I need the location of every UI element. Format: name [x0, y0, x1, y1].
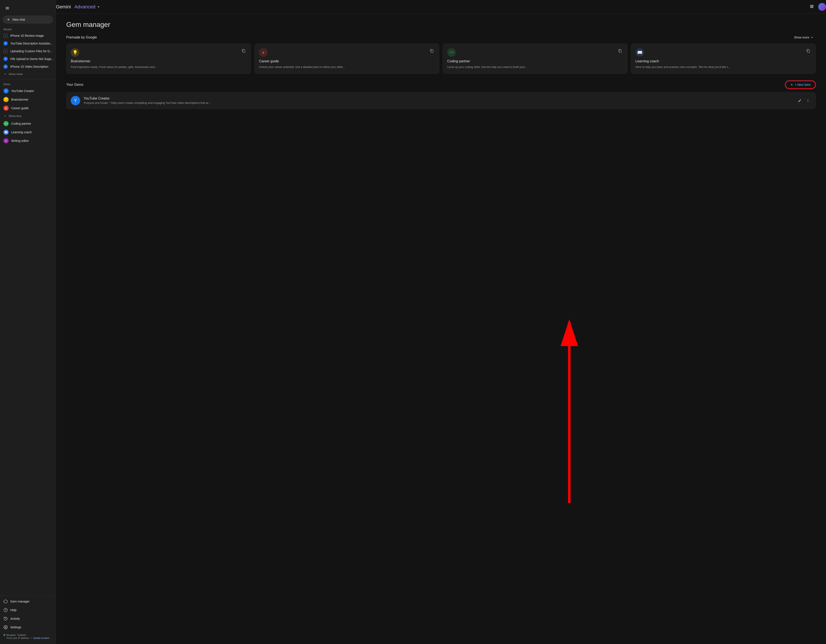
- show-less-label: Show less: [9, 115, 21, 118]
- user-gem-desc: Purpose and Goals: * Help users create c…: [84, 101, 213, 104]
- sidebar-item-brainstormer[interactable]: 💡 Brainstormer: [0, 95, 56, 104]
- sidebar-item-settings[interactable]: Settings: [0, 623, 56, 632]
- brainstormer-icon: 💡: [3, 97, 9, 102]
- coding-partner-icon: </>: [3, 121, 9, 126]
- more-options-gem-button[interactable]: [805, 98, 811, 104]
- sidebar-item-learning-coach[interactable]: 📖 Learning coach: [0, 128, 56, 136]
- career-guide-card[interactable]: ♦ Career guide Unlock your career potent…: [255, 43, 439, 74]
- copy-career-button[interactable]: [429, 48, 435, 54]
- user-avatar[interactable]: [818, 3, 826, 11]
- location-sub-text: From your IP address: [6, 637, 29, 639]
- career-guide-card-name: Career guide: [259, 59, 435, 63]
- brainstormer-card[interactable]: 💡 Brainstormer Find inspiration easily. …: [66, 43, 251, 74]
- plus-icon: [790, 83, 793, 87]
- sidebar-item-youtube-desc[interactable]: Y YouTube Description Assistan...: [0, 40, 56, 47]
- header-right: [808, 3, 826, 11]
- sidebar-item-writing-editor[interactable]: ✏ Writing editor: [0, 136, 56, 145]
- main-content: Gem manager Premade by Google Show more …: [56, 14, 826, 644]
- brainstormer-card-icon: 💡: [71, 48, 79, 57]
- settings-label: Settings: [10, 625, 21, 629]
- writing-editor-icon: ✏: [3, 138, 9, 143]
- new-chat-label: New chat: [12, 18, 25, 21]
- sidebar-item-iphone-video[interactable]: Y iPhone 15 Video Description: [0, 63, 56, 71]
- hamburger-button[interactable]: [3, 4, 11, 12]
- your-gems-header: Your Gems + New Gem: [66, 80, 816, 89]
- edit-icon: [798, 99, 802, 102]
- learning-coach-card-name: Learning coach: [635, 59, 811, 63]
- copy-icon: [430, 49, 434, 53]
- user-gem-item-youtube[interactable]: Y YouTube Creator Purpose and Goals: * H…: [66, 92, 816, 109]
- svg-marker-0: [4, 600, 8, 604]
- location-text: Bangkok, Thailand: [6, 634, 26, 636]
- edit-gem-button[interactable]: [796, 98, 803, 104]
- sidebar-item-career-guide[interactable]: ♦ Career guide: [0, 104, 56, 112]
- sidebar-item-help[interactable]: Help: [0, 606, 56, 615]
- sidebar-item-file-upload[interactable]: Y File Upload to Gems Not Supp...: [0, 55, 56, 63]
- y-icon: Y: [3, 57, 8, 61]
- career-guide-card-desc: Unlock your career potential. Get a deta…: [259, 65, 435, 69]
- premade-cards-grid: 💡 Brainstormer Find inspiration easily. …: [66, 43, 816, 74]
- gemini-logo: Gemini Advanced: [56, 4, 96, 10]
- show-less-gems[interactable]: Show less: [0, 112, 56, 119]
- sidebar-item-coding-partner[interactable]: </> Coding partner: [0, 119, 56, 128]
- card-header: </>: [447, 48, 623, 57]
- sidebar-item-iphone-review[interactable]: □ iPhone 15 Review Image: [0, 32, 56, 40]
- sidebar-top: [0, 3, 56, 15]
- premade-section-header: Premade by Google Show more: [66, 35, 816, 40]
- y-icon: Y: [3, 65, 8, 69]
- learning-coach-icon: 📖: [3, 130, 9, 135]
- learning-coach-card[interactable]: 📖 Learning coach Here to help you learn …: [631, 43, 816, 74]
- new-gem-button[interactable]: + New Gem: [785, 80, 816, 89]
- sidebar-item-youtube-creator[interactable]: Y YouTube Creator: [0, 87, 56, 95]
- show-more-recent[interactable]: Show more: [0, 71, 56, 77]
- doc-icon: □: [3, 34, 8, 38]
- sidebar-item-gem-manager[interactable]: Gem manager: [0, 597, 56, 606]
- your-gems-title: Your Gems: [66, 83, 83, 87]
- recent-item-label: iPhone 15 Review Image: [10, 34, 44, 37]
- logo-dropdown[interactable]: Gemini Advanced: [56, 4, 101, 10]
- show-more-label: Show more: [9, 73, 23, 76]
- copy-brainstormer-button[interactable]: [241, 48, 247, 54]
- sidebar-item-activity[interactable]: Activity: [0, 615, 56, 623]
- coding-partner-card[interactable]: </> Coding partner Level up your coding …: [442, 43, 627, 74]
- coding-partner-card-desc: Level up your coding skills. Get the hel…: [447, 65, 623, 69]
- show-more-btn-label: Show more: [794, 36, 809, 39]
- top-header: Gemini Advanced: [56, 0, 826, 14]
- card-header: 💡: [71, 48, 247, 57]
- location-info: Bangkok, Thailand From your IP address •…: [0, 632, 56, 641]
- gem-item-label: Career guide: [11, 107, 29, 110]
- update-location-link[interactable]: Update location: [33, 637, 50, 639]
- career-guide-card-icon: ♦: [259, 48, 268, 57]
- doc-icon: □: [3, 49, 8, 53]
- page-title: Gem manager: [66, 21, 816, 29]
- coding-partner-card-icon: </>: [447, 48, 456, 57]
- user-gem-name: YouTube Creator: [84, 96, 793, 101]
- gemini-text: Gemini: [56, 4, 71, 10]
- gem-item-label: Coding partner: [11, 122, 31, 125]
- svg-point-3: [5, 627, 6, 628]
- brainstormer-card-desc: Find inspiration easily. Fresh ideas for…: [71, 65, 247, 69]
- card-header: ♦: [259, 48, 435, 57]
- svg-point-1: [4, 608, 8, 612]
- show-more-button[interactable]: Show more: [792, 35, 816, 40]
- gem-item-label: Brainstormer: [11, 98, 28, 101]
- divider: [0, 79, 56, 79]
- card-header: 📖: [635, 48, 811, 57]
- more-vert-icon: [806, 99, 810, 102]
- help-label: Help: [10, 608, 17, 612]
- copy-coding-button[interactable]: [617, 48, 623, 54]
- career-guide-icon: ♦: [3, 105, 9, 111]
- gems-section-label: Gems: [0, 81, 56, 87]
- learning-coach-card-desc: Here to help you learn and practice new …: [635, 65, 811, 69]
- dropdown-arrow-icon: [96, 5, 101, 9]
- copy-learning-button[interactable]: [806, 48, 811, 54]
- gem-item-label: Writing editor: [11, 139, 29, 142]
- youtube-creator-gem-icon: Y: [71, 96, 80, 105]
- recent-item-label: YouTube Description Assistan...: [10, 42, 53, 45]
- gem-manager-label: Gem manager: [10, 600, 30, 603]
- sidebar-item-uploading[interactable]: □ Uploading Custom Files for G...: [0, 47, 56, 55]
- new-chat-button[interactable]: New chat: [3, 15, 53, 24]
- copy-icon: [806, 49, 810, 53]
- premade-section-title: Premade by Google: [66, 36, 97, 39]
- apps-grid-button[interactable]: [808, 3, 816, 11]
